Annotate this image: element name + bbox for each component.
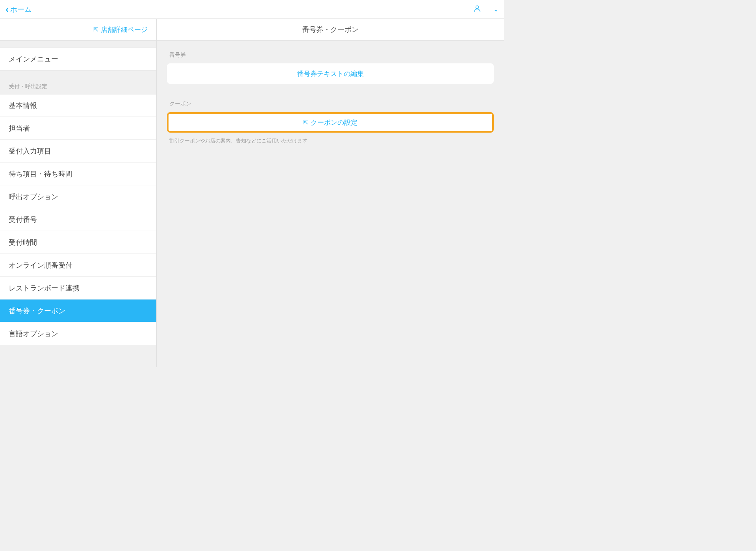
store-detail-label: 店舗詳細ページ <box>101 25 148 34</box>
header-right: ⌄ <box>473 4 498 15</box>
coupon-settings-button[interactable]: ⇱ クーポンの設定 <box>167 112 494 133</box>
sidebar-item-label: 言語オプション <box>9 329 58 338</box>
app-header: ‹ ホーム ⌄ <box>0 0 504 19</box>
sidebar-item-label: 受付入力項目 <box>9 146 51 156</box>
sidebar-item-reception-time[interactable]: 受付時間 <box>0 231 156 254</box>
sidebar-item-label: 受付番号 <box>9 215 37 224</box>
ticket-group-label: 番号券 <box>167 52 494 59</box>
sidebar-item-label: 受付時間 <box>9 238 37 247</box>
edit-ticket-text-label: 番号券テキストの編集 <box>297 69 364 78</box>
sidebar-item-reception-number[interactable]: 受付番号 <box>0 208 156 231</box>
sidebar-item-call-options[interactable]: 呼出オプション <box>0 185 156 208</box>
external-link-icon: ⇱ <box>93 26 98 33</box>
sidebar-item-ticket-coupon[interactable]: 番号券・クーポン <box>0 300 156 322</box>
main-panel: 番号券・クーポン 番号券 番号券テキストの編集 クーポン ⇱ クーポンの設定 割… <box>157 19 504 367</box>
external-link-icon: ⇱ <box>303 119 308 126</box>
sidebar-item-label: 基本情報 <box>9 101 37 110</box>
sidebar-item-label: 担当者 <box>9 124 30 133</box>
sidebar-item-label: 待ち項目・待ち時間 <box>9 169 72 179</box>
main-menu-item[interactable]: メインメニュー <box>0 48 156 70</box>
edit-ticket-text-button[interactable]: 番号券テキストの編集 <box>167 63 494 84</box>
chevron-down-icon[interactable]: ⌄ <box>493 6 498 13</box>
coupon-help-text: 割引クーポンやお店の案内、告知などにご活用いただけます <box>167 137 494 144</box>
sidebar-item-label: 呼出オプション <box>9 192 58 202</box>
back-button[interactable]: ‹ ホーム <box>6 4 32 15</box>
page-title: 番号券・クーポン <box>157 19 504 41</box>
store-detail-link[interactable]: ⇱ 店舗詳細ページ <box>0 19 156 41</box>
sidebar-item-staff[interactable]: 担当者 <box>0 117 156 140</box>
svg-point-0 <box>476 6 478 8</box>
sidebar-item-online-queue[interactable]: オンライン順番受付 <box>0 254 156 277</box>
sidebar-item-label: 番号券・クーポン <box>9 306 65 316</box>
sidebar-item-label: オンライン順番受付 <box>9 261 72 270</box>
user-icon[interactable] <box>473 4 482 15</box>
back-label: ホーム <box>10 5 32 14</box>
sidebar-item-wait-items[interactable]: 待ち項目・待ち時間 <box>0 163 156 185</box>
sidebar-item-label: レストランボード連携 <box>9 283 80 293</box>
main-menu-label: メインメニュー <box>9 54 58 64</box>
sidebar-item-restaurant-board[interactable]: レストランボード連携 <box>0 277 156 300</box>
sidebar-item-basic-info[interactable]: 基本情報 <box>0 94 156 117</box>
sidebar-item-language-options[interactable]: 言語オプション <box>0 322 156 345</box>
section-header: 受付・呼出設定 <box>0 70 156 94</box>
sidebar-item-reception-fields[interactable]: 受付入力項目 <box>0 140 156 163</box>
chevron-left-icon: ‹ <box>6 4 9 15</box>
coupon-group-label: クーポン <box>167 100 494 107</box>
coupon-settings-label: クーポンの設定 <box>311 118 358 127</box>
sidebar: ⇱ 店舗詳細ページ メインメニュー 受付・呼出設定 基本情報 担当者 受付入力項… <box>0 19 157 367</box>
